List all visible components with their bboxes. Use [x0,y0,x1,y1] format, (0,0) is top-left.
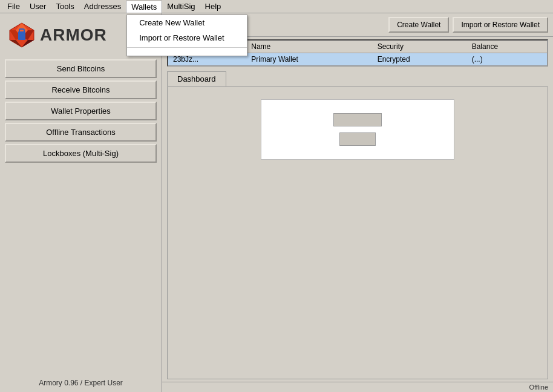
sidebar: ARMOR Send Bitcoins Receive Bitcoins Wal… [0,13,162,392]
dropdown-create-new-wallet[interactable]: Create New Wallet [127,15,247,30]
menu-item-wallets[interactable]: Wallets Create New Wallet Import or Rest… [126,1,162,13]
menu-item-addresses[interactable]: Addresses [79,1,126,12]
loading-box [261,99,454,160]
dashboard-section: Dashboard [162,69,553,382]
dropdown-import-restore-wallet[interactable]: Import or Restore Wallet [127,30,247,45]
col-header-security: Security [373,41,467,53]
dropdown-fix-damaged-wallet[interactable] [127,50,247,56]
status-text: Offline [529,384,548,391]
menu-item-help[interactable]: Help [200,1,226,12]
armory-logo-icon [7,21,36,50]
col-header-name: Name [246,41,372,53]
wallet-balance: (...) [467,53,547,66]
content-area: Create Wallet Import or Restore Wallet I… [162,13,553,392]
dropdown-separator [127,47,247,48]
wallet-properties-button[interactable]: Wallet Properties [5,102,157,120]
dashboard-content [167,87,548,379]
wallet-name: Primary Wallet [246,53,372,66]
send-bitcoins-button[interactable]: Send Bitcoins [5,59,157,78]
menu-item-file[interactable]: File [2,1,25,12]
lockboxes-button[interactable]: Lockboxes (Multi-Sig) [5,144,157,163]
offline-transactions-button[interactable]: Offline Transactions [5,123,157,142]
create-wallet-button[interactable]: Create Wallet [388,17,449,33]
menu-item-user[interactable]: User [25,1,51,12]
wallet-security: Encrypted [373,53,467,66]
import-restore-wallet-button[interactable]: Import or Restore Wallet [453,17,548,33]
version-label: Armory 0.96 / Expert User [5,374,157,387]
main-container: ARMOR Send Bitcoins Receive Bitcoins Wal… [0,13,553,392]
receive-bitcoins-button[interactable]: Receive Bitcoins [5,80,157,99]
dashboard-tab-bar: Dashboard [167,71,548,87]
tab-dashboard[interactable]: Dashboard [167,71,226,87]
loading-bar-1 [333,113,382,126]
menu-item-tools[interactable]: Tools [51,1,79,12]
menu-item-multisig[interactable]: MultiSig [162,1,200,12]
menubar: File User Tools Addresses Wallets Create… [0,0,553,13]
statusbar: Offline [162,382,553,392]
loading-bar-2 [339,132,376,146]
col-header-balance: Balance [467,41,547,53]
logo-text: ARMOR [40,25,107,45]
wallets-dropdown-menu: Create New Wallet Import or Restore Wall… [126,15,247,56]
